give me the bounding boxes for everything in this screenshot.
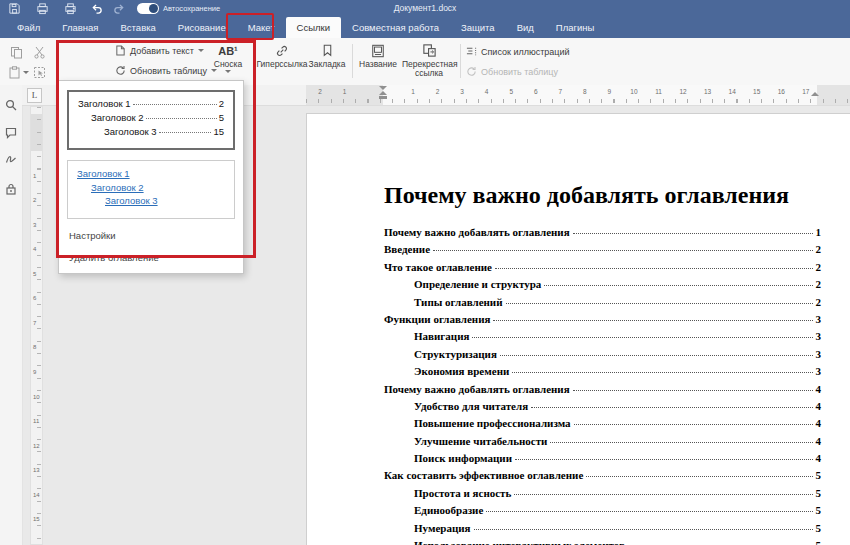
- update-figures-table-button-disabled: Обновить таблицу: [466, 66, 558, 77]
- toc-entry-text: Структуризация: [414, 348, 497, 360]
- toc-entry[interactable]: Почему важно добавлять оглавления4: [384, 383, 821, 400]
- toc-entry[interactable]: Определение и структура2: [384, 278, 821, 295]
- ruler-number: 13: [704, 88, 711, 95]
- toc-entry[interactable]: Как составить эффективное оглавление5: [384, 469, 821, 486]
- toc-entry-page: 3: [816, 348, 822, 360]
- horizontal-ruler[interactable]: 211234567891011121314151617: [306, 85, 850, 105]
- toc-style2-link[interactable]: Заголовок 1: [77, 168, 130, 179]
- toc-entry-text: Типы оглавлений: [414, 296, 503, 308]
- toc-entry[interactable]: Повышение профессионализма4: [384, 417, 821, 434]
- toc-entry[interactable]: Нумерация5: [384, 522, 821, 539]
- toc-entry[interactable]: Улучшение читабельности4: [384, 435, 821, 452]
- toc-entry-page: 3: [816, 365, 822, 377]
- caption-button[interactable]: Название: [356, 42, 400, 69]
- toc-dropdown: Заголовок 12Заголовок 25Заголовок 315 За…: [58, 80, 244, 274]
- toc-entry[interactable]: Навигация3: [384, 330, 821, 347]
- tab-file[interactable]: Файл: [6, 17, 51, 38]
- ruler-number: 2: [436, 88, 440, 95]
- toc-entry-page: 2: [816, 296, 822, 308]
- ruler-number: 1: [343, 88, 347, 95]
- tab-bar: ФайлГлавнаяВставкаРисованиеМакетСсылкиСо…: [0, 17, 850, 38]
- ruler-number: 5: [509, 88, 513, 95]
- toc-entry[interactable]: Почему важно добавлять оглавления1: [384, 226, 821, 243]
- ruler-number: 17: [802, 88, 809, 95]
- toc-entry-leader: [486, 511, 812, 512]
- tab-view[interactable]: Вид: [506, 17, 545, 38]
- indent-marker-icon[interactable]: [379, 86, 387, 99]
- toc-style1-page: 5: [219, 112, 224, 123]
- ruler-number: 8: [583, 88, 587, 95]
- tab-selector-icon[interactable]: L: [27, 88, 42, 103]
- figures-list-button[interactable]: Список иллюстраций: [466, 46, 570, 57]
- toc-style2-link[interactable]: Заголовок 2: [91, 182, 144, 193]
- add-text-button[interactable]: Добавить текст: [115, 45, 204, 56]
- toc-entry[interactable]: Типы оглавлений2: [384, 296, 821, 313]
- ruler-number: 4: [33, 246, 36, 252]
- paste-icon[interactable]: [8, 65, 21, 78]
- toc-entry-leader: [495, 268, 813, 269]
- copy-icon[interactable]: [10, 45, 23, 58]
- toc-entry-leader: [500, 355, 813, 356]
- toc-entry[interactable]: Использование интерактивных элементов5: [384, 539, 821, 545]
- lock-icon[interactable]: [5, 181, 17, 193]
- select-icon[interactable]: [33, 65, 46, 78]
- toc-entry[interactable]: Структуризация3: [384, 348, 821, 365]
- tab-protection[interactable]: Защита: [450, 17, 506, 38]
- document-heading[interactable]: Почему важно добавлять оглавления: [384, 182, 789, 209]
- bookmark-button[interactable]: Закладка: [306, 42, 348, 69]
- toc-entry-page: 2: [816, 261, 822, 273]
- vertical-ruler[interactable]: 123456789101112131415: [30, 106, 43, 545]
- toc-entry-leader: [512, 372, 812, 373]
- toc-entry-leader: [515, 459, 812, 460]
- toc-entry[interactable]: Простота и ясность5: [384, 487, 821, 504]
- toc-entry[interactable]: Экономия времени3: [384, 365, 821, 382]
- footnote-button[interactable]: AB¹ Сноска: [206, 42, 250, 73]
- toc-style-classic[interactable]: Заголовок 12Заголовок 25Заголовок 315: [67, 90, 235, 150]
- toc-entry-text: Введение: [384, 243, 430, 255]
- toc-entry[interactable]: Удобство для читателя4: [384, 400, 821, 417]
- toc-entry-leader: [472, 337, 812, 338]
- tab-references[interactable]: Ссылки: [286, 17, 341, 38]
- toc-entry[interactable]: Поиск информации4: [384, 452, 821, 469]
- toc-style2-link[interactable]: Заголовок 3: [105, 195, 158, 206]
- tab-home[interactable]: Главная: [51, 17, 109, 38]
- right-indent-marker-icon[interactable]: [811, 91, 819, 96]
- tab-insert[interactable]: Вставка: [110, 17, 167, 38]
- ruler-number: 2: [318, 88, 322, 95]
- caption-icon: [371, 42, 385, 59]
- cross-reference-button[interactable]: Перекрестная ссылка: [402, 42, 456, 77]
- toc-entry-page: 4: [816, 400, 822, 412]
- update-table-button[interactable]: Обновить таблицу: [115, 65, 217, 76]
- search-icon[interactable]: [5, 97, 17, 109]
- toc-entry[interactable]: Что такое оглавление2: [384, 261, 821, 278]
- comments-icon[interactable]: [5, 125, 17, 137]
- toc-style2-row: Заголовок 2: [77, 182, 225, 196]
- ruler-number: 1: [411, 88, 415, 95]
- toc-entry-page: 2: [816, 243, 822, 255]
- headings-icon[interactable]: [5, 151, 17, 163]
- toc-entry-leader: [550, 442, 812, 443]
- cut-icon[interactable]: [33, 45, 46, 58]
- toc-entry-page: 4: [816, 383, 822, 395]
- hyperlink-button[interactable]: Гиперссылка: [258, 42, 306, 69]
- toc-entry-text: Улучшение читабельности: [414, 435, 547, 447]
- toc-entry[interactable]: Введение2: [384, 243, 821, 260]
- toc-entry[interactable]: Функции оглавления3: [384, 313, 821, 330]
- toc-entry-text: Повышение профессионализма: [414, 417, 571, 429]
- tab-layout[interactable]: Макет: [237, 17, 286, 38]
- ruler-number: 13: [33, 467, 40, 473]
- ruler-number: 10: [33, 394, 40, 400]
- tab-plugins[interactable]: Плагины: [545, 17, 606, 38]
- toc-settings-item[interactable]: Настройки: [69, 230, 233, 241]
- toc-style-links[interactable]: Заголовок 1Заголовок 2Заголовок 3: [67, 160, 235, 219]
- tab-collaboration[interactable]: Совместная работа: [341, 17, 450, 38]
- ruler-number: 14: [729, 88, 736, 95]
- document-page[interactable]: Почему важно добавлять оглавления Почему…: [306, 113, 850, 545]
- tab-draw[interactable]: Рисование: [167, 17, 237, 38]
- toc-remove-item[interactable]: Удалить оглавление: [69, 252, 233, 263]
- ruler-number: 16: [778, 88, 785, 95]
- toc-entry-page: 5: [816, 539, 822, 545]
- paste-chevron-icon[interactable]: [23, 71, 29, 74]
- toc-entry[interactable]: Единообразие5: [384, 504, 821, 521]
- ruler-number: 2: [33, 197, 36, 203]
